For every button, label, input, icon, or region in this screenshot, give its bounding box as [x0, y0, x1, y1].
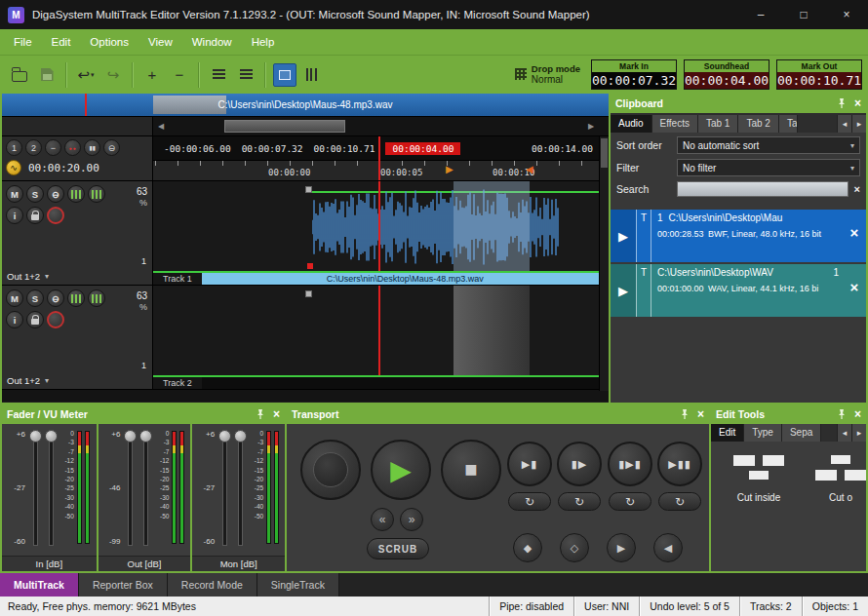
ruler-scale[interactable]: 00:00:00 00:00:05 00:00:10 ▶ ◀ — [153, 160, 609, 180]
fader-knob[interactable] — [45, 430, 58, 443]
scroll-left-arrow-icon[interactable]: ◀ — [153, 117, 169, 135]
pause-button[interactable]: ▮▮ — [84, 139, 100, 156]
track-gain-value[interactable]: 63 — [137, 290, 147, 302]
close-button[interactable]: × — [825, 0, 868, 29]
lock-button[interactable] — [26, 207, 44, 224]
menu-options[interactable]: Options — [80, 29, 138, 55]
fader-knob[interactable] — [234, 430, 247, 443]
stop-button[interactable]: ■ — [441, 440, 501, 500]
cut-inside-button[interactable]: Cut inside — [725, 455, 793, 571]
insert-track-button[interactable] — [207, 63, 230, 87]
save-button[interactable] — [35, 63, 59, 87]
filter-select[interactable]: No filter ▾ — [677, 159, 860, 176]
entry-remove-button[interactable]: × — [843, 210, 866, 262]
tab-2[interactable]: Tab 2 — [738, 115, 778, 133]
pin-icon[interactable] — [836, 97, 848, 109]
play-from-cursor-button[interactable]: ▮▶ — [557, 442, 602, 486]
envelope-handle[interactable] — [305, 290, 312, 297]
mark-in-marker-icon[interactable]: ▶ — [446, 165, 454, 174]
vertical-scrollbar[interactable] — [599, 136, 609, 391]
sort-order-select[interactable]: No automatic sort ▾ — [677, 136, 860, 154]
open-button[interactable] — [8, 63, 31, 87]
fader-slider[interactable] — [139, 428, 152, 556]
loop-button-3[interactable]: ↻ — [609, 492, 651, 511]
clipboard-entry[interactable]: ▶ T C:\Users\nin\Desktop\WAV 1 00:01:00.… — [611, 264, 866, 317]
loop-button-4[interactable]: ↻ — [658, 492, 701, 511]
vertical-scrollbar-thumb[interactable] — [601, 138, 608, 168]
prev-marker-button[interactable]: ◀ — [653, 533, 683, 562]
scrub-button[interactable]: SCRUB — [367, 538, 429, 559]
info-button[interactable]: i — [6, 207, 23, 224]
tab-partial[interactable]: Ta — [779, 115, 799, 133]
eq-button[interactable] — [67, 185, 85, 203]
tab-effects[interactable]: Effects — [652, 115, 698, 133]
play-to-cursor-button[interactable]: ▶▮ — [507, 442, 552, 486]
add-marker-button[interactable]: ◆ — [513, 533, 542, 562]
tab-singletrack[interactable]: SingleTrack — [257, 573, 339, 597]
pin-icon[interactable] — [836, 408, 848, 420]
menu-help[interactable]: Help — [242, 29, 285, 55]
channels-button[interactable] — [300, 63, 324, 87]
pin-icon[interactable] — [679, 408, 690, 420]
loop-button-2[interactable]: ↻ — [558, 492, 601, 511]
marked-selection-region[interactable] — [454, 181, 530, 271]
track-name[interactable]: Track 2 — [153, 377, 202, 389]
fader-knob[interactable] — [218, 430, 231, 443]
tabs-scroll-right-icon[interactable]: ▸ — [851, 115, 866, 133]
track-name[interactable]: Track 1 — [153, 273, 202, 285]
clipboard-entry[interactable]: ▶ T 1 C:\Users\nin\Desktop\Mau 00:00:28.… — [611, 210, 866, 262]
solo-button[interactable]: S — [26, 289, 44, 307]
fader-knob[interactable] — [139, 430, 152, 443]
app-icon[interactable]: M — [8, 7, 24, 23]
delete-marker-button[interactable]: ◇ — [560, 533, 589, 562]
close-panel-icon[interactable]: × — [273, 408, 280, 420]
pin-icon[interactable] — [255, 408, 266, 420]
meter-button[interactable] — [88, 185, 105, 203]
track-1-waveform-canvas[interactable] — [153, 181, 609, 271]
menu-window[interactable]: Window — [182, 29, 242, 55]
scroll-right-arrow-icon[interactable]: ▶ — [583, 117, 599, 135]
menu-edit[interactable]: Edit — [42, 29, 81, 55]
tab-1[interactable]: Tab 1 — [698, 115, 738, 133]
cut-outside-button[interactable]: Cut o — [807, 455, 866, 571]
drop-mode-indicator[interactable]: Drop mode Normal — [511, 63, 584, 86]
record-pair-button[interactable]: ●● — [64, 139, 81, 156]
next-marker-button[interactable]: ▶ — [607, 533, 636, 562]
close-panel-icon[interactable]: × — [854, 97, 861, 109]
undo-history-caret[interactable]: ▾ — [91, 71, 95, 79]
rewind-button[interactable]: « — [371, 508, 394, 531]
track-2-waveform-canvas[interactable] — [153, 286, 609, 375]
solo-button[interactable]: S — [26, 185, 44, 203]
undo-button[interactable]: ↩▾ — [74, 63, 98, 87]
shrink-button[interactable]: ⊖ — [47, 289, 64, 307]
eq-button[interactable] — [67, 289, 85, 307]
play-button[interactable]: ▶ — [371, 440, 431, 500]
mute-button[interactable]: M — [6, 185, 23, 203]
play-selection-button[interactable]: ▮▶▮ — [608, 442, 652, 486]
maximize-button[interactable]: □ — [782, 0, 825, 29]
tabs-scroll-left-icon[interactable]: ◂ — [837, 424, 851, 442]
redo-button[interactable]: ↪ — [101, 63, 125, 87]
tab-edit[interactable]: Edit — [711, 424, 744, 442]
tab-audio[interactable]: Audio — [611, 115, 652, 133]
track-clip-label[interactable]: C:\Users\nin\Desktop\Maus-48.mp3.wav — [202, 273, 609, 285]
output-selector[interactable]: Out 1+2 ▾ — [7, 271, 49, 282]
fader-slider[interactable] — [45, 428, 58, 556]
search-input[interactable] — [677, 181, 848, 197]
shrink-button[interactable]: ⊖ — [47, 185, 64, 203]
marked-selection-region[interactable] — [454, 286, 530, 375]
tab-multitrack[interactable]: MultiTrack — [0, 573, 79, 597]
zoom-out-button[interactable]: ⊖ — [103, 139, 120, 156]
horizontal-scrollbar-thumb[interactable] — [224, 120, 345, 133]
entry-play-button[interactable]: ▶ — [611, 210, 636, 262]
layout-1-button[interactable]: 1 — [6, 139, 22, 156]
overview-waveform-bar[interactable]: C:\Users\nin\Desktop\Maus-48.mp3.wav — [2, 94, 609, 117]
timeline-ruler[interactable]: -00:00:06.00 00:00:07.32 00:00:10.71 00:… — [153, 136, 609, 180]
fader-slider[interactable] — [234, 428, 247, 556]
mark-out-marker-icon[interactable]: ◀ — [526, 165, 533, 174]
tab-reporter-box[interactable]: Reporter Box — [79, 573, 168, 597]
ruler-playhead[interactable] — [378, 136, 380, 180]
info-button[interactable]: i — [6, 311, 23, 328]
menu-file[interactable]: File — [4, 29, 42, 55]
remove-track-button[interactable] — [234, 63, 257, 87]
